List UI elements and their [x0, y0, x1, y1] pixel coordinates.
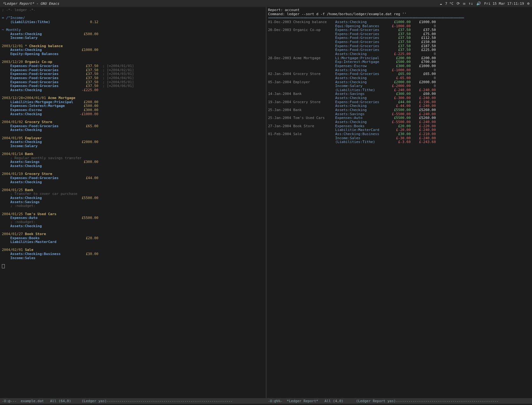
ledger-report-buffer[interactable]: Report: account Command: ledger --sort d… — [266, 7, 532, 398]
window-title: *Ledger Report* - GNU Emacs — [3, 2, 59, 6]
mail-icon[interactable]: ✉ — [463, 1, 465, 6]
system-tray: ☁ 7 °C ⟳ ✉ ↑↓ 🔊 Fri 15 Mar 17:11:19 ⚙ — [440, 1, 530, 6]
weather-icon: ☁ — [440, 1, 442, 6]
titlebar: *Ledger Report* - GNU Emacs ☁ 7 °C ⟳ ✉ ↑… — [0, 0, 532, 7]
modeline-left: -U:@--- example.dat All (64,0) (Ledger y… — [0, 399, 266, 403]
refresh-icon[interactable]: ⟳ — [457, 1, 460, 6]
modeline-row: -U:@--- example.dat All (64,0) (Ledger y… — [0, 398, 532, 404]
workspace: ; -*- ledger -*- = /^Income/ (Liabilitie… — [0, 7, 532, 398]
ledger-source-buffer[interactable]: ; -*- ledger -*- = /^Income/ (Liabilitie… — [0, 7, 266, 398]
clock: Fri 15 Mar 17:11:19 — [484, 2, 524, 6]
weather-text: 7 °C — [445, 2, 454, 6]
network-icon[interactable]: ↑↓ — [468, 1, 473, 6]
volume-icon[interactable]: 🔊 — [476, 1, 481, 6]
settings-icon[interactable]: ⚙ — [527, 1, 529, 6]
modeline-right: -U:@%%- *Ledger Report* All (4,0) (Ledge… — [266, 399, 532, 403]
echo-area — [0, 404, 532, 405]
